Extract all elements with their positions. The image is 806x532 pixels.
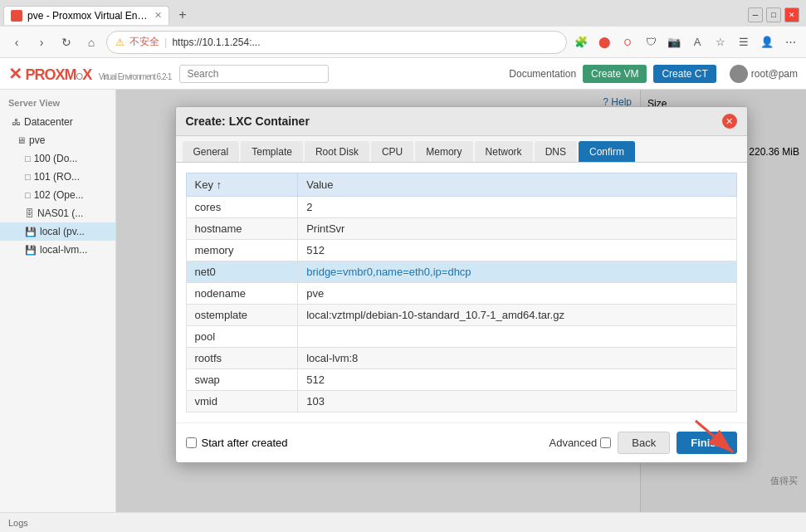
security-warning-icon: ⚠ (115, 37, 125, 48)
datacenter-icon: 🖧 (12, 117, 21, 127)
table-row: ostemplatelocal:vztmpl/debian-10-standar… (186, 305, 736, 326)
reload-button[interactable]: ↻ (56, 32, 76, 52)
create-ct-button[interactable]: Create CT (653, 65, 716, 83)
table-row: vmid103 (186, 391, 736, 412)
col-header-key: Key ↑ (186, 173, 298, 197)
shield-icon[interactable]: 🛡 (642, 33, 660, 51)
tab-dns[interactable]: DNS (535, 141, 577, 162)
table-cell-key: nodename (186, 283, 298, 305)
table-cell-key: memory (186, 240, 298, 261)
pve-version: Virtual Environment 6.2-1 (99, 72, 172, 81)
new-tab-button[interactable]: + (173, 5, 193, 25)
window-controls: ─ □ ✕ (748, 7, 803, 22)
forward-nav-button[interactable]: › (32, 32, 51, 52)
maximize-button[interactable]: □ (766, 7, 781, 22)
sidebar-item-local[interactable]: 💾 local (pv... (0, 222, 115, 241)
table-row: memory512 (186, 240, 736, 261)
tab-memory[interactable]: Memory (415, 141, 472, 162)
documentation-link[interactable]: Documentation (509, 68, 576, 80)
browser-tab[interactable]: pve - Proxmox Virtual Environme... ✕ (3, 6, 169, 25)
close-button[interactable]: ✕ (784, 7, 799, 22)
table-cell-key: pool (186, 326, 298, 348)
finish-button[interactable]: Finish (677, 432, 736, 454)
sidebar-item-datacenter[interactable]: 🖧 Datacenter (0, 113, 115, 131)
status-bar: Logs (0, 512, 806, 532)
user-profile-icon[interactable]: 👤 (758, 33, 776, 51)
bookmark-icon[interactable]: ☆ (711, 33, 730, 51)
minimize-button[interactable]: ─ (748, 7, 763, 22)
translate-icon[interactable]: A (688, 33, 706, 51)
logs-label: Logs (8, 518, 28, 528)
table-row: hostnamePrintSvr (186, 218, 736, 240)
pve-search-input[interactable] (179, 65, 329, 83)
table-cell-key: vmid (186, 391, 298, 412)
sidebar-label-100: 100 (Do... (34, 153, 78, 164)
table-row: net0bridge=vmbr0,name=eth0,ip=dhcp (186, 261, 736, 283)
dialog-footer: Start after created Advanced Back Finish (176, 422, 747, 462)
address-text: https://10.1.1.254:... (172, 37, 558, 48)
tab-network[interactable]: Network (475, 141, 533, 162)
table-cell-key: swap (186, 369, 298, 391)
storage-lvm-icon: 💾 (25, 245, 37, 256)
opera-icon2[interactable]: O (618, 33, 637, 51)
tab-cpu[interactable]: CPU (371, 141, 413, 162)
tab-bar: pve - Proxmox Virtual Environme... ✕ + ─… (0, 0, 806, 27)
tab-confirm[interactable]: Confirm (579, 141, 635, 162)
pve-node-icon: 🖥 (17, 135, 26, 145)
footer-right: Advanced Back Finish (549, 432, 736, 454)
create-vm-button[interactable]: Create VM (583, 65, 647, 83)
storage-local-icon: 💾 (25, 227, 37, 237)
table-row: nodenamepve (186, 283, 736, 305)
extensions-icon[interactable]: 🧩 (572, 33, 590, 51)
table-cell-value: 2 (298, 197, 736, 218)
start-after-created-checkbox[interactable] (186, 437, 197, 448)
user-menu[interactable]: root@pam (730, 65, 798, 83)
back-button[interactable]: Back (618, 432, 670, 454)
tab-general[interactable]: General (183, 141, 240, 162)
dialog-tabs: General Template Root Disk CPU Memory Ne… (176, 136, 747, 163)
advanced-checkbox[interactable] (600, 437, 611, 448)
settings-icon[interactable]: ☰ (735, 33, 753, 51)
table-cell-value: 103 (298, 391, 736, 412)
back-nav-button[interactable]: ‹ (7, 32, 27, 52)
sidebar-label-datacenter: Datacenter (24, 116, 73, 128)
sidebar-item-100[interactable]: □ 100 (Do... (0, 149, 115, 168)
tab-favicon (11, 10, 22, 22)
vm-102-icon: □ (25, 190, 31, 200)
sidebar-item-local-lvm[interactable]: 💾 local-lvm... (0, 241, 115, 259)
more-icon[interactable]: ⋯ (781, 33, 799, 51)
table-cell-value: local-lvm:8 (298, 348, 736, 369)
sidebar-label-local: local (pv... (40, 226, 85, 237)
sidebar-label-nas01: NAS01 (... (37, 207, 83, 219)
sidebar-label-101: 101 (RO... (34, 171, 80, 183)
sidebar-item-101[interactable]: □ 101 (RO... (0, 168, 115, 186)
content-area: Size 220.36 MiB 值得买 ? Help Create: LXC C… (116, 90, 806, 512)
opera-icon[interactable]: ⬤ (595, 33, 613, 51)
camera-icon[interactable]: 📷 (665, 33, 683, 51)
sidebar: Server View 🖧 Datacenter 🖥 pve □ 100 (Do… (0, 90, 116, 512)
dialog-title-bar: Create: LXC Container ✕ (176, 107, 747, 136)
dialog-close-button[interactable]: ✕ (722, 114, 737, 129)
confirm-table: Key ↑ Value cores2hostnamePrintSvrmemory… (186, 173, 737, 412)
start-after-created-container: Start after created (186, 437, 288, 449)
sidebar-item-nas01[interactable]: 🗄 NAS01 (... (0, 204, 115, 222)
sidebar-item-102[interactable]: □ 102 (Ope... (0, 186, 115, 204)
home-button[interactable]: ⌂ (81, 32, 101, 52)
table-cell-key: net0 (186, 261, 298, 283)
table-row: rootfslocal-lvm:8 (186, 348, 736, 369)
user-avatar-icon (730, 65, 748, 83)
modal-overlay: Create: LXC Container ✕ General Template… (116, 90, 806, 512)
table-cell-value (298, 326, 736, 348)
vm-100-icon: □ (25, 154, 31, 164)
sidebar-item-pve[interactable]: 🖥 pve (0, 131, 115, 149)
pve-header: ✕ PROXMOX Virtual Environment 6.2-1 Docu… (0, 58, 806, 90)
tab-close-icon[interactable]: ✕ (154, 10, 162, 21)
tab-template[interactable]: Template (241, 141, 303, 162)
lxc-container-dialog: Create: LXC Container ✕ General Template… (175, 106, 748, 463)
tab-root-disk[interactable]: Root Disk (305, 141, 369, 162)
table-cell-key: hostname (186, 218, 298, 240)
address-bar[interactable]: ⚠ 不安全 | https://10.1.1.254:... (106, 31, 567, 54)
start-after-created-label: Start after created (202, 437, 288, 449)
table-cell-value: bridge=vmbr0,name=eth0,ip=dhcp (298, 261, 736, 283)
nav-bar: ‹ › ↻ ⌂ ⚠ 不安全 | https://10.1.1.254:... 🧩… (0, 27, 806, 58)
